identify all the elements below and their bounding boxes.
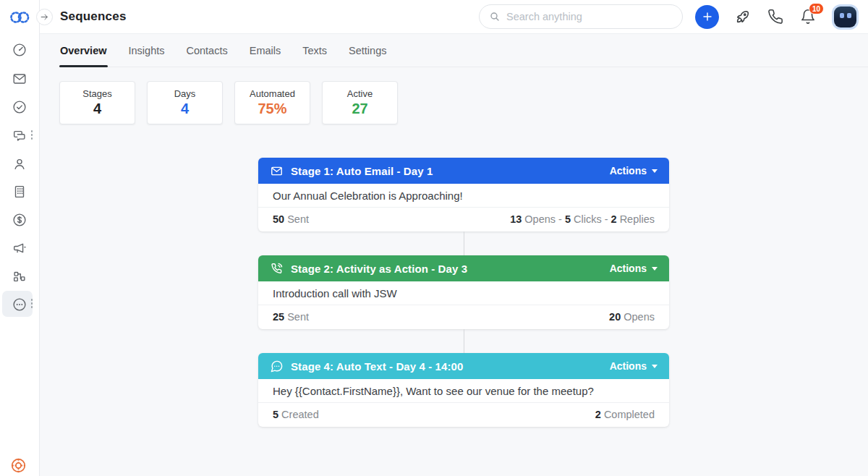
sidebar-item-workflow[interactable] bbox=[10, 267, 29, 286]
top-header: Sequences bbox=[40, 0, 868, 34]
building-icon bbox=[12, 184, 27, 200]
sidebar-item-company[interactable] bbox=[10, 182, 29, 201]
stage-3-actions-button[interactable]: Actions bbox=[610, 360, 658, 372]
sidebar bbox=[0, 0, 40, 476]
stage-2-header[interactable]: Stage 2: Activity as Action - Day 3 Acti… bbox=[258, 255, 669, 281]
search-input[interactable] bbox=[506, 11, 673, 22]
arrow-right-icon bbox=[40, 12, 49, 22]
main-column: Sequences bbox=[40, 0, 868, 476]
replies-metric: 2 Replies bbox=[611, 213, 655, 225]
engagement-metrics: 13 Opens-5 Clicks-2 Replies bbox=[510, 213, 655, 225]
stat-card-active: Active 27 bbox=[322, 81, 398, 124]
stat-value: 4 bbox=[181, 101, 189, 117]
sidebar-collapse-toggle[interactable] bbox=[36, 9, 53, 25]
tab-texts[interactable]: Texts bbox=[302, 34, 328, 67]
chat-bubbles-icon bbox=[12, 128, 27, 144]
stat-card-automated: Automated 75% bbox=[234, 81, 310, 124]
chat-bubble-icon bbox=[270, 360, 284, 373]
ellipsis-circle-icon bbox=[12, 297, 27, 313]
stage-1-header[interactable]: Stage 1: Auto Email - Day 1 Actions bbox=[258, 158, 669, 184]
check-circle-icon bbox=[12, 99, 27, 115]
tab-contacts[interactable]: Contacts bbox=[185, 34, 228, 67]
chevron-down-icon bbox=[652, 267, 658, 271]
stage-title: Stage 4: Auto Text - Day 4 - 14:00 bbox=[291, 360, 603, 373]
phone-icon bbox=[767, 9, 783, 25]
sidebar-item-finance[interactable] bbox=[10, 211, 29, 229]
sidebar-item-more[interactable] bbox=[10, 295, 29, 314]
stat-value: 27 bbox=[352, 101, 367, 117]
dashboard-icon bbox=[12, 42, 27, 58]
workflow-icon bbox=[12, 268, 27, 284]
app-logo[interactable] bbox=[8, 9, 32, 28]
plus-icon bbox=[702, 11, 713, 22]
app-window: Sequences bbox=[0, 0, 868, 476]
actions-label: Actions bbox=[610, 360, 647, 372]
conversations-kebab-menu-icon[interactable] bbox=[30, 130, 33, 140]
actions-label: Actions bbox=[610, 263, 647, 274]
stage-2-subject: Introduction call with JSW bbox=[258, 281, 669, 305]
sequence-pipeline: Stage 1: Auto Email - Day 1 Actions Our … bbox=[258, 158, 669, 427]
sent-metric: 25 Sent bbox=[273, 311, 309, 323]
notification-badge: 10 bbox=[809, 3, 824, 14]
metric-separator: - bbox=[558, 213, 562, 225]
stat-value: 4 bbox=[93, 101, 101, 117]
stage-3-footer: 5 Created 2 Completed bbox=[258, 402, 669, 427]
sidebar-item-mail[interactable] bbox=[10, 69, 29, 88]
sidebar-item-campaigns[interactable] bbox=[10, 239, 29, 258]
stat-label: Days bbox=[174, 88, 196, 99]
stage-3-subject: Hey {{Contact.FirstName}}, Want to see o… bbox=[258, 379, 669, 402]
sidebar-item-dashboard[interactable] bbox=[10, 41, 29, 59]
stage-card-1: Stage 1: Auto Email - Day 1 Actions Our … bbox=[258, 158, 669, 231]
tab-settings[interactable]: Settings bbox=[348, 34, 387, 67]
tab-bar: Overview Insights Contacts Emails Texts … bbox=[59, 34, 868, 67]
opens-metric: 20 Opens bbox=[609, 311, 655, 323]
add-button[interactable] bbox=[695, 5, 719, 29]
stage-3-header[interactable]: Stage 4: Auto Text - Day 4 - 14:00 Actio… bbox=[258, 353, 669, 379]
dollar-circle-icon bbox=[12, 212, 27, 228]
sidebar-item-approvals[interactable] bbox=[10, 98, 29, 116]
stat-label: Automated bbox=[250, 88, 295, 99]
phone-call-icon bbox=[270, 262, 284, 276]
bot-avatar[interactable] bbox=[834, 7, 856, 27]
metric-separator: - bbox=[605, 213, 608, 225]
stage-1-footer: 50 Sent 13 Opens-5 Clicks-2 Replies bbox=[258, 207, 669, 231]
content-area: Overview Insights Contacts Emails Texts … bbox=[40, 34, 868, 476]
notifications-button[interactable]: 10 bbox=[799, 8, 817, 25]
stat-label: Stages bbox=[82, 88, 111, 99]
rocket-icon bbox=[735, 9, 751, 25]
more-kebab-menu-icon[interactable] bbox=[30, 299, 33, 308]
chain-links-logo-icon bbox=[8, 9, 32, 25]
clicks-metric: 5 Clicks bbox=[565, 213, 602, 225]
stage-title: Stage 1: Auto Email - Day 1 bbox=[291, 165, 603, 177]
stage-card-2: Stage 2: Activity as Action - Day 3 Acti… bbox=[258, 255, 669, 329]
stat-card-stages: Stages 4 bbox=[59, 81, 135, 124]
chevron-down-icon bbox=[652, 365, 658, 368]
created-metric: 5 Created bbox=[273, 409, 319, 420]
page-title: Sequences bbox=[60, 9, 127, 24]
stage-1-actions-button[interactable]: Actions bbox=[610, 165, 658, 177]
chevron-down-icon bbox=[652, 169, 658, 173]
calls-button[interactable] bbox=[767, 8, 784, 25]
actions-label: Actions bbox=[610, 165, 647, 177]
stats-row: Stages 4 Days 4 Automated 75% Active 27 bbox=[59, 81, 868, 124]
megaphone-icon bbox=[12, 240, 27, 256]
stage-1-subject: Our Annual Celebration is Approaching! bbox=[258, 184, 669, 207]
tab-overview[interactable]: Overview bbox=[59, 34, 108, 67]
global-search[interactable] bbox=[479, 4, 683, 29]
completed-metric: 2 Completed bbox=[595, 409, 655, 420]
sidebar-item-help[interactable] bbox=[9, 456, 27, 476]
launch-button[interactable] bbox=[734, 8, 752, 25]
stage-connector bbox=[464, 231, 464, 255]
tab-emails[interactable]: Emails bbox=[249, 34, 282, 67]
stage-2-actions-button[interactable]: Actions bbox=[610, 263, 658, 274]
opens-metric: 13 Opens bbox=[510, 213, 556, 225]
sidebar-item-conversations[interactable] bbox=[10, 127, 29, 145]
stat-value: 75% bbox=[258, 101, 286, 117]
stage-connector bbox=[464, 329, 464, 353]
sidebar-item-contacts[interactable] bbox=[10, 155, 29, 174]
tab-insights[interactable]: Insights bbox=[128, 34, 166, 67]
stage-title: Stage 2: Activity as Action - Day 3 bbox=[291, 263, 603, 275]
sent-metric: 50 Sent bbox=[273, 213, 309, 225]
stage-2-footer: 25 Sent 20 Opens bbox=[258, 305, 669, 329]
stat-label: Active bbox=[347, 88, 373, 99]
